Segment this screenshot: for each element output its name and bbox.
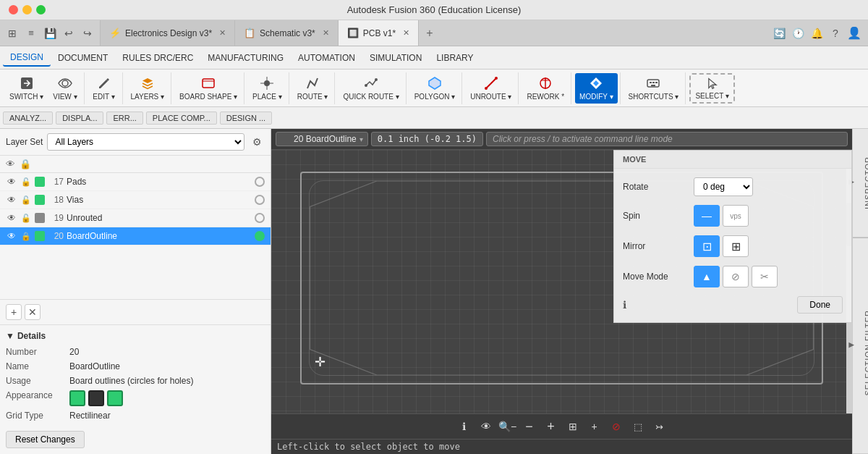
zoom-in-btn[interactable]: + <box>542 417 561 436</box>
move-mode-label: Move Mode <box>623 272 688 282</box>
stop-btn[interactable]: ⊘ <box>607 417 626 436</box>
redo-icon[interactable]: ↪ <box>80 25 95 41</box>
titlebar: Autodesk Fusion 360 (Education License) <box>0 0 868 20</box>
switch-tool[interactable]: SWITCH ▾ <box>5 73 48 104</box>
move-mode-btn-3[interactable]: ✂ <box>752 266 778 287</box>
details-appearance-label: Appearance <box>6 390 64 400</box>
maximize-button[interactable] <box>36 5 46 14</box>
toolbar-group-route: ROUTE ▾ <box>291 72 336 104</box>
layer-row-boardoutline[interactable]: 👁 🔒 20 BoardOutline <box>0 227 271 245</box>
grid-toggle-btn[interactable]: ⊞ <box>563 417 582 436</box>
boardshape-tool[interactable]: BOARD SHAPE ▾ <box>175 73 242 104</box>
menu-automation[interactable]: AUTOMATION <box>291 50 362 66</box>
layer-row-unrouted[interactable]: 👁 🔓 19 Unrouted <box>0 209 271 227</box>
refresh-icon[interactable]: 🔄 <box>771 25 787 41</box>
place-tool[interactable]: PLACE ▾ <box>248 73 286 104</box>
layer-vias-vis[interactable]: 👁 <box>6 194 17 206</box>
canvas-layer-select[interactable]: 20 BoardOutline ▾ <box>276 132 368 146</box>
undo-icon[interactable]: ↩ <box>61 25 77 41</box>
menu-design[interactable]: DESIGN <box>3 49 51 67</box>
polygon-tool[interactable]: POLYGON ▾ <box>410 73 460 104</box>
menu-manufacturing[interactable]: MANUFACTURING <box>200 50 291 66</box>
spin-btn-1[interactable]: — <box>694 205 720 227</box>
menu-library[interactable]: LIBRARY <box>429 50 480 66</box>
layer-set-select[interactable]: All Layers <box>47 133 244 151</box>
edit-tool[interactable]: EDIT ▾ <box>88 73 120 104</box>
rotate-select[interactable]: 0 deg 90 deg 180 deg 270 deg <box>694 177 753 196</box>
minimize-button[interactable] <box>22 5 32 14</box>
layer-set-gear[interactable]: ⚙ <box>249 134 265 150</box>
tab-pcb[interactable]: 🔲 PCB v1* ✕ <box>339 20 419 46</box>
move-mode-btn-2[interactable]: ⊘ <box>723 266 749 287</box>
tab-pcb-close[interactable]: ✕ <box>403 28 409 38</box>
analyze-btn[interactable]: ANALYZ... <box>3 112 53 125</box>
tab-add-button[interactable]: + <box>419 20 440 46</box>
layers-tool[interactable]: LAYERS ▾ <box>127 73 169 104</box>
place-comp-btn[interactable]: PLACE COMP... <box>146 112 217 125</box>
mirror-btn-2[interactable]: ⊞ <box>723 235 749 257</box>
tab-electronics[interactable]: ⚡ Electronics Design v3* ✕ <box>101 20 235 46</box>
move-mode-btn-1[interactable]: ▲ <box>694 266 720 287</box>
subtoolbar: ANALYZ... DISPLA... ERR... PLACE COMP...… <box>0 107 868 129</box>
details-header[interactable]: ▼ Details <box>6 331 265 341</box>
reset-changes-btn[interactable]: Reset Changes <box>6 431 85 448</box>
route-tool[interactable]: ROUTE ▾ <box>293 73 333 104</box>
zoom-out-btn2[interactable]: − <box>520 417 539 436</box>
layer-pads-lock[interactable]: 🔓 <box>20 176 32 188</box>
layer-boardoutline-vis[interactable]: 👁 <box>6 230 17 242</box>
close-button[interactable] <box>9 5 18 14</box>
layer-unrouted-lock[interactable]: 🔓 <box>20 212 32 224</box>
unroute-tool[interactable]: UNROUTE ▾ <box>466 73 516 104</box>
canvas-cmd-input[interactable]: Click or press / to activate command lin… <box>486 132 848 146</box>
layer-unrouted-radio[interactable] <box>255 213 265 223</box>
tab-schematic-close[interactable]: ✕ <box>323 28 329 38</box>
add-layer-btn[interactable]: + <box>6 304 22 320</box>
canvas-grid[interactable]: ✛ MOVE Rotate 0 deg 90 deg 180 deg 270 d… <box>271 150 852 413</box>
quickroute-tool[interactable]: QUICK ROUTE ▾ <box>339 73 403 104</box>
menu-simulation[interactable]: SIMULATION <box>362 50 429 66</box>
err-btn[interactable]: ERR... <box>106 112 142 125</box>
design-btn[interactable]: DESIGN ... <box>220 112 272 125</box>
appearance-swatch-green[interactable] <box>69 390 85 406</box>
display-btn[interactable]: DISPLA... <box>56 112 103 125</box>
layer-vias-lock[interactable]: 🔓 <box>20 194 32 206</box>
menu-icon[interactable]: ≡ <box>23 25 39 41</box>
tab-schematic[interactable]: 📋 Schematic v3* ✕ <box>235 20 339 46</box>
help-icon[interactable]: ? <box>827 25 843 41</box>
menu-rules[interactable]: RULES DRC/ERC <box>115 50 200 66</box>
menu-document[interactable]: DOCUMENT <box>51 50 115 66</box>
rework-tool[interactable]: REWORK * <box>522 73 569 104</box>
layer-unrouted-vis[interactable]: 👁 <box>6 212 17 224</box>
select-box-btn[interactable]: ⬚ <box>629 417 647 436</box>
eye-toggle-btn[interactable]: 👁 <box>477 417 495 436</box>
layer-boardoutline-radio[interactable] <box>255 231 265 241</box>
select-tool[interactable]: SELECT ▾ <box>689 73 735 104</box>
modify-tool[interactable]: MODIFY ▾ <box>575 73 617 104</box>
notification-icon[interactable]: 🔔 <box>809 25 825 41</box>
layer-boardoutline-lock[interactable]: 🔒 <box>20 230 32 242</box>
appearance-swatch-green2[interactable] <box>107 390 123 406</box>
clock-icon[interactable]: 🕐 <box>790 25 806 41</box>
appearance-swatch-dark[interactable] <box>88 390 104 406</box>
layer-row-vias[interactable]: 👁 🔓 18 Vias <box>0 191 271 209</box>
layer-pads-radio[interactable] <box>255 177 265 187</box>
user-icon[interactable]: 👤 <box>846 25 862 41</box>
shortcuts-tool[interactable]: SHORTCUTS ▾ <box>624 73 684 104</box>
canvas-bottom-toolbar: ℹ 👁 🔍− − + ⊞ + ⊘ ⬚ ↣ <box>271 413 852 439</box>
selection-filter-collapse-btn[interactable]: ◀ <box>847 339 862 353</box>
layer-vias-radio[interactable] <box>255 195 265 205</box>
spin-btn-2[interactable]: vps <box>723 205 749 227</box>
grid-icon[interactable]: ⊞ <box>4 25 20 41</box>
remove-layer-btn[interactable]: ✕ <box>25 304 41 320</box>
done-button[interactable]: Done <box>797 296 843 314</box>
route-btn[interactable]: ↣ <box>650 417 669 436</box>
info-toggle-btn[interactable]: ℹ <box>455 417 474 436</box>
save-icon[interactable]: 💾 <box>42 25 58 41</box>
tab-electronics-close[interactable]: ✕ <box>219 28 226 38</box>
mirror-btn-1[interactable]: ⊡ <box>694 235 720 257</box>
crosshair-btn[interactable]: + <box>585 417 604 436</box>
layer-pads-vis[interactable]: 👁 <box>6 176 17 188</box>
zoom-out-btn[interactable]: 🔍− <box>498 417 517 436</box>
layer-row-pads[interactable]: 👁 🔓 17 Pads <box>0 173 271 191</box>
view-tool[interactable]: VIEW ▾ <box>48 73 81 104</box>
